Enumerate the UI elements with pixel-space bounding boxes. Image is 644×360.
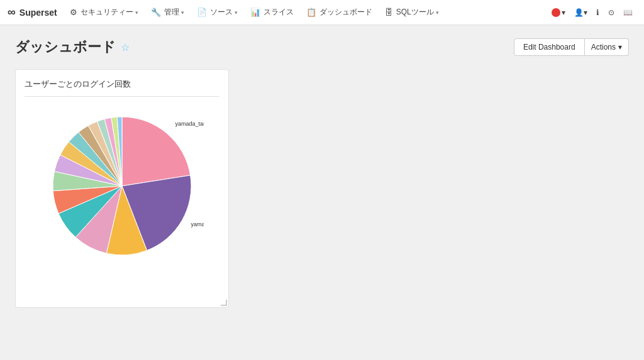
chevron-down-icon: ▾ — [562, 8, 565, 17]
page-title: ダッシュボード — [15, 38, 116, 57]
nav-item-slices[interactable]: 📊 スライス — [245, 4, 299, 20]
nav-label-source: ソース — [210, 7, 233, 18]
github-icon: ⊙ — [608, 8, 614, 17]
navbar: ∞ Superset ⚙ セキュリティー ▾ 🔧 管理 ▾ 📄 ソース ▾ 📊 … — [0, 0, 644, 25]
actions-label: Actions — [591, 43, 616, 52]
brand[interactable]: ∞ Superset — [8, 6, 57, 19]
info-button[interactable]: ℹ — [592, 6, 603, 19]
user-menu[interactable]: 👤 ▾ — [570, 6, 591, 19]
svg-text:yamada_jiro: 48: yamada_jiro: 48 — [191, 221, 204, 227]
nav-label-dashboard: ダッシュボード — [319, 7, 372, 18]
chart-icon: 📊 — [250, 8, 260, 17]
nav-label-slices: スライス — [264, 7, 294, 18]
chevron-down-icon: ▾ — [235, 9, 238, 16]
brand-logo: ∞ — [8, 6, 16, 19]
main-content: ダッシュボード ☆ Edit Dashboard Actions ▾ ユーザーご… — [0, 25, 644, 360]
favorite-star-icon[interactable]: ☆ — [121, 41, 130, 53]
nav-item-security[interactable]: ⚙ セキュリティー ▾ — [65, 4, 143, 20]
security-icon: ⚙ — [70, 8, 77, 17]
nav-item-sqltool[interactable]: 🗄 SQLツール ▾ — [380, 4, 444, 20]
actions-button[interactable]: Actions ▾ — [585, 38, 629, 56]
pie-chart: yamada_taro: 50.0yamada_jiro: 48 — [28, 104, 216, 293]
pie-chart-svg: yamada_taro: 50.0yamada_jiro: 48 — [40, 104, 204, 268]
docs-button[interactable]: 📖 — [619, 6, 636, 19]
dashboard-icon: 📋 — [306, 8, 316, 17]
nav-label-admin: 管理 — [164, 7, 179, 18]
nav-item-admin[interactable]: 🔧 管理 ▾ — [146, 4, 189, 20]
wrench-icon: 🔧 — [151, 8, 161, 17]
edit-dashboard-button[interactable]: Edit Dashboard — [514, 38, 585, 56]
chart-card: ユーザーごとのログイン回数 yamada_taro: 50.0yamada_ji… — [15, 69, 229, 308]
page-title-area: ダッシュボード ☆ — [15, 38, 130, 57]
chevron-down-icon: ▾ — [584, 8, 587, 17]
brand-name: Superset — [19, 8, 57, 18]
nav-item-source[interactable]: 📄 ソース ▾ — [192, 4, 243, 20]
chevron-down-icon: ▾ — [181, 9, 184, 16]
chevron-down-icon: ▾ — [618, 43, 622, 52]
svg-text:yamada_taro: 50.0: yamada_taro: 50.0 — [175, 121, 204, 127]
chevron-down-icon: ▾ — [135, 9, 138, 16]
language-selector[interactable]: ▾ — [548, 6, 569, 19]
book-icon: 📖 — [623, 8, 633, 17]
chevron-down-icon: ▾ — [436, 9, 439, 16]
nav-label-security: セキュリティー — [80, 7, 133, 18]
sql-icon: 🗄 — [385, 8, 393, 17]
flag-icon — [552, 8, 560, 17]
nav-item-dashboard[interactable]: 📋 ダッシュボード — [301, 4, 377, 20]
info-icon: ℹ — [596, 8, 599, 17]
source-icon: 📄 — [197, 8, 207, 17]
chart-title: ユーザーごとのログイン回数 — [25, 79, 219, 97]
page-header: ダッシュボード ☆ Edit Dashboard Actions ▾ — [15, 38, 629, 57]
github-button[interactable]: ⊙ — [604, 6, 618, 19]
nav-label-sqltool: SQLツール — [396, 7, 434, 18]
user-icon: 👤 — [574, 8, 584, 17]
navbar-right: ▾ 👤 ▾ ℹ ⊙ 📖 — [548, 6, 636, 19]
header-actions: Edit Dashboard Actions ▾ — [514, 38, 629, 56]
resize-handle[interactable] — [221, 300, 227, 306]
